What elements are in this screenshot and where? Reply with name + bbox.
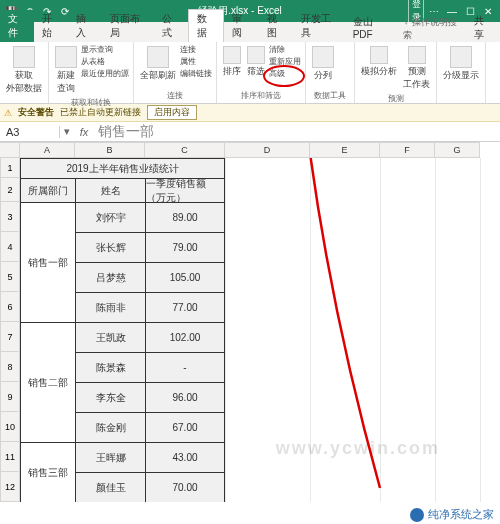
row-header[interactable]: 1 xyxy=(0,158,20,178)
name-cell: 张长辉 xyxy=(76,233,146,263)
table-row: 陈景森- xyxy=(76,353,224,383)
text-to-columns-button[interactable]: 分列 xyxy=(310,44,336,84)
name-cell: 刘怀宇 xyxy=(76,203,146,233)
row-header[interactable]: 11 xyxy=(0,442,20,472)
advanced-filter-button[interactable]: 高级 xyxy=(269,68,301,79)
value-cell: 70.00 xyxy=(146,473,224,502)
row-headers[interactable]: 123456789101112 xyxy=(0,158,20,502)
warning-label: 安全警告 xyxy=(18,106,54,119)
refresh-all-button[interactable]: 全部刷新 xyxy=(138,44,178,84)
tell-me[interactable]: ♀ 操作说明搜索 xyxy=(397,16,466,42)
ribbon-tabs: 文件 开始 插入 页面布局 公式 数据 审阅 视图 开发工具 金山PDF ♀ 操… xyxy=(0,22,500,42)
tab-layout[interactable]: 页面布局 xyxy=(102,10,154,42)
table-row: 王晖娜43.00 xyxy=(76,443,224,473)
row-header[interactable]: 10 xyxy=(0,412,20,442)
row-header[interactable]: 2 xyxy=(0,178,20,202)
col-dept: 所属部门 xyxy=(21,179,76,203)
watermark: www.ycwin.com xyxy=(276,438,440,459)
row-header[interactable]: 12 xyxy=(0,472,20,502)
sort-button[interactable]: 排序 xyxy=(221,44,243,80)
tab-home[interactable]: 开始 xyxy=(34,10,68,42)
clear-button[interactable]: 清除 xyxy=(269,44,301,55)
ribbon-options-icon[interactable]: ⋯ xyxy=(426,6,442,17)
name-cell: 颜佳玉 xyxy=(76,473,146,502)
row-header[interactable]: 3 xyxy=(0,202,20,232)
col-name: 姓名 xyxy=(76,179,146,203)
formula-bar: A3 ▾ fx 销售一部 xyxy=(0,122,500,142)
name-cell: 陈雨非 xyxy=(76,293,146,323)
fx-icon[interactable]: fx xyxy=(74,126,94,138)
col-header[interactable]: A xyxy=(20,142,75,158)
dept-cell: 销售三部 xyxy=(21,443,76,502)
tab-formula[interactable]: 公式 xyxy=(154,10,188,42)
value-cell: 43.00 xyxy=(146,443,224,473)
col-header[interactable]: G xyxy=(435,142,480,158)
col-header[interactable]: E xyxy=(310,142,380,158)
row-header[interactable]: 5 xyxy=(0,262,20,292)
tab-data[interactable]: 数据 xyxy=(188,9,224,42)
table-row: 颜佳玉70.00 xyxy=(76,473,224,502)
whatif-button[interactable]: 模拟分析 xyxy=(359,44,399,80)
value-cell: 105.00 xyxy=(146,263,224,293)
new-query-button[interactable]: 新建 查询 xyxy=(53,44,79,97)
name-cell: 李东全 xyxy=(76,383,146,413)
get-external-data-button[interactable]: 获取 外部数据 xyxy=(4,44,44,97)
properties-button[interactable]: 属性 xyxy=(180,56,212,67)
name-cell: 王凯政 xyxy=(76,323,146,353)
table-row: 吕梦慈105.00 xyxy=(76,263,224,293)
tab-insert[interactable]: 插入 xyxy=(68,10,102,42)
footer-brand: 纯净系统之家 xyxy=(410,507,494,522)
share-button[interactable]: 共享 xyxy=(466,14,500,42)
from-table-button[interactable]: 从表格 xyxy=(81,56,129,67)
outline-button[interactable]: 分级显示 xyxy=(441,44,481,84)
row-header[interactable]: 7 xyxy=(0,322,20,352)
row-header[interactable]: 9 xyxy=(0,382,20,412)
security-warning-bar: ⚠ 安全警告 已禁止自动更新链接 启用内容 xyxy=(0,104,500,122)
data-table: 2019上半年销售业绩统计 所属部门 姓名 一季度销售额（万元） 销售一部销售二… xyxy=(20,158,225,502)
group-label: 排序和筛选 xyxy=(221,90,301,101)
tab-view[interactable]: 视图 xyxy=(259,10,293,42)
edit-links-button[interactable]: 编辑链接 xyxy=(180,68,212,79)
row-header[interactable]: 4 xyxy=(0,232,20,262)
table-row: 李东全96.00 xyxy=(76,383,224,413)
value-cell: 102.00 xyxy=(146,323,224,353)
col-header[interactable] xyxy=(0,142,20,158)
tab-review[interactable]: 审阅 xyxy=(224,10,258,42)
connections-button[interactable]: 连接 xyxy=(180,44,212,55)
table-row: 张长辉79.00 xyxy=(76,233,224,263)
row-header[interactable]: 6 xyxy=(0,292,20,322)
formula-input[interactable]: 销售一部 xyxy=(94,123,500,141)
value-cell: 89.00 xyxy=(146,203,224,233)
col-header[interactable]: B xyxy=(75,142,145,158)
value-cell: 96.00 xyxy=(146,383,224,413)
name-box-dropdown-icon[interactable]: ▾ xyxy=(60,125,74,138)
minimize-icon[interactable]: — xyxy=(444,6,460,17)
row-header[interactable]: 8 xyxy=(0,352,20,382)
col-header[interactable]: F xyxy=(380,142,435,158)
dept-cell: 销售二部 xyxy=(21,323,76,443)
name-cell: 陈金刚 xyxy=(76,413,146,443)
enable-content-button[interactable]: 启用内容 xyxy=(147,105,197,120)
name-cell: 王晖娜 xyxy=(76,443,146,473)
forecast-sheet-button[interactable]: 预测 工作表 xyxy=(401,44,432,93)
recent-sources-button[interactable]: 最近使用的源 xyxy=(81,68,129,79)
worksheet[interactable]: ABCDEFG 123456789101112 2019上半年销售业绩统计 所属… xyxy=(0,142,500,502)
shield-icon: ⚠ xyxy=(4,108,12,118)
warning-message: 已禁止自动更新链接 xyxy=(60,106,141,119)
tab-dev[interactable]: 开发工具 xyxy=(293,10,345,42)
col-header[interactable]: C xyxy=(145,142,225,158)
show-queries-button[interactable]: 显示查询 xyxy=(81,44,129,55)
column-headers[interactable]: ABCDEFG xyxy=(0,142,500,158)
group-label: 数据工具 xyxy=(310,90,350,101)
value-cell: 77.00 xyxy=(146,293,224,323)
table-row: 陈雨非77.00 xyxy=(76,293,224,323)
table-row: 陈金刚67.00 xyxy=(76,413,224,443)
tab-file[interactable]: 文件 xyxy=(0,10,34,42)
col-header[interactable]: D xyxy=(225,142,310,158)
table-row: 王凯政102.00 xyxy=(76,323,224,353)
tab-wps[interactable]: 金山PDF xyxy=(345,13,397,42)
value-cell: 79.00 xyxy=(146,233,224,263)
group-label: 连接 xyxy=(138,90,212,101)
name-box[interactable]: A3 xyxy=(0,126,60,138)
group-label: 预测 xyxy=(359,93,432,104)
